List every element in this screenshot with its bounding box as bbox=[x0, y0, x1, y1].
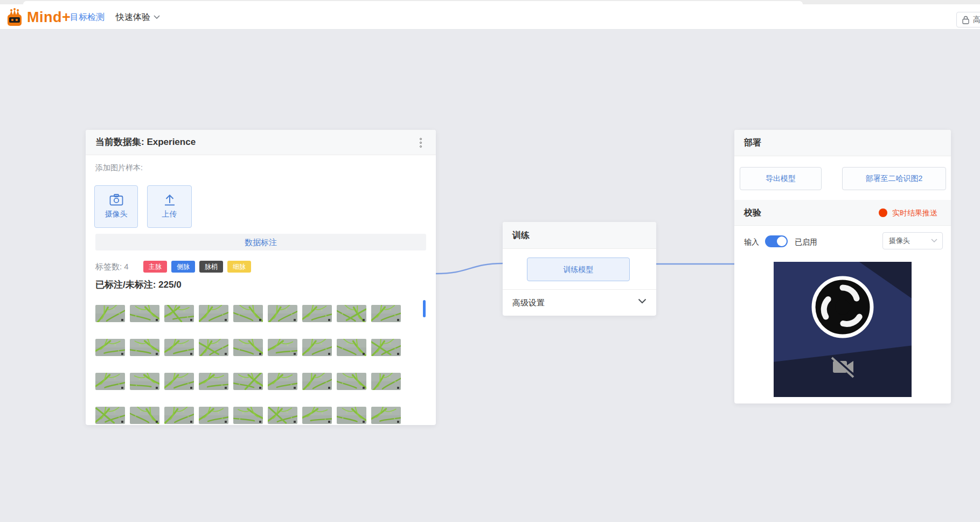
sample-thumbnail[interactable] bbox=[268, 373, 297, 390]
sample-thumbnail[interactable] bbox=[199, 305, 228, 322]
sample-thumbnail[interactable] bbox=[268, 339, 297, 356]
tag-pill: 细脉 bbox=[227, 261, 251, 273]
deploy-panel: 部署 导出模型 部署至二哈识图2 校验 实时结果推送 输入 已启用 摄像头 bbox=[734, 130, 951, 403]
sample-thumbnail[interactable] bbox=[268, 305, 297, 322]
sample-thumbnail[interactable] bbox=[233, 373, 263, 390]
advanced-button[interactable]: 高 bbox=[956, 12, 980, 27]
sample-thumbnail[interactable] bbox=[302, 305, 332, 322]
camera-button-label: 摄像头 bbox=[105, 210, 128, 219]
robot-icon bbox=[5, 8, 24, 27]
chevron-down-icon bbox=[931, 239, 937, 243]
mindplus-logo: Mind+ bbox=[5, 7, 71, 27]
tag-list: 主脉侧脉脉梢细脉 bbox=[143, 261, 251, 273]
source-select-value: 摄像头 bbox=[889, 233, 910, 249]
toggle-knob bbox=[777, 236, 787, 246]
sample-thumbnail[interactable] bbox=[233, 339, 263, 356]
browser-top-strip bbox=[0, 0, 980, 4]
obs-logo bbox=[811, 276, 874, 338]
sample-thumbnail-grid bbox=[95, 305, 401, 424]
sample-thumbnail[interactable] bbox=[130, 305, 159, 322]
sample-thumbnail[interactable] bbox=[337, 305, 366, 322]
camera-button[interactable]: 摄像头 bbox=[94, 185, 138, 228]
live-result-push-label[interactable]: 实时结果推送 bbox=[892, 200, 937, 226]
dataset-panel-header: 当前数据集: Experience bbox=[86, 130, 436, 155]
lock-icon bbox=[962, 16, 969, 24]
tag-pill: 脉梢 bbox=[199, 261, 223, 273]
dataset-panel: 当前数据集: Experience 添加图片样本: 摄像头 上传 数据标注 标签… bbox=[86, 130, 436, 425]
sample-thumbnail[interactable] bbox=[371, 373, 401, 390]
source-select[interactable]: 摄像头 bbox=[882, 232, 943, 249]
train-model-button[interactable]: 训练模型 bbox=[527, 257, 630, 281]
sample-thumbnail[interactable] bbox=[130, 339, 159, 356]
sample-thumbnail[interactable] bbox=[302, 339, 332, 356]
training-panel-header: 训练 bbox=[503, 222, 656, 249]
kebab-menu-icon[interactable] bbox=[415, 136, 426, 149]
sample-thumbnail[interactable] bbox=[130, 373, 159, 390]
scrollbar-thumb[interactable] bbox=[423, 300, 426, 317]
upload-button-label: 上传 bbox=[162, 210, 177, 219]
deploy-panel-title: 部署 bbox=[744, 130, 761, 156]
label-count: 标签数: 4 bbox=[95, 262, 129, 272]
sample-thumbnail[interactable] bbox=[337, 407, 366, 424]
sample-thumbnail[interactable] bbox=[164, 339, 194, 356]
video-preview bbox=[774, 262, 912, 397]
sample-thumbnail[interactable] bbox=[233, 305, 263, 322]
nav-quick-experience[interactable]: 快速体验 bbox=[116, 4, 160, 30]
tag-pill: 主脉 bbox=[143, 261, 167, 273]
sample-thumbnail[interactable] bbox=[164, 407, 194, 424]
nav-object-detection[interactable]: 目标检测 bbox=[70, 4, 105, 30]
sample-thumbnail[interactable] bbox=[371, 339, 401, 356]
sample-thumbnail[interactable] bbox=[371, 407, 401, 424]
data-annotation-button[interactable]: 数据标注 bbox=[95, 234, 426, 250]
deploy-to-huskylens2-button[interactable]: 部署至二哈识图2 bbox=[842, 167, 946, 190]
app-canvas: Mind+ 目标检测 快速体验 高 当前数据集: Experience 添加图片… bbox=[0, 0, 980, 522]
camera-off-icon bbox=[829, 354, 857, 379]
sample-thumbnail[interactable] bbox=[371, 305, 401, 322]
sample-thumbnail[interactable] bbox=[164, 305, 194, 322]
sample-thumbnail[interactable] bbox=[233, 407, 263, 424]
advanced-button-label: 高 bbox=[973, 15, 980, 25]
input-toggle[interactable] bbox=[765, 235, 788, 247]
add-sample-label: 添加图片样本: bbox=[95, 163, 143, 173]
sample-thumbnail[interactable] bbox=[199, 373, 228, 390]
sample-thumbnail[interactable] bbox=[130, 407, 159, 424]
upload-button[interactable]: 上传 bbox=[147, 185, 192, 228]
tag-pill: 侧脉 bbox=[171, 261, 195, 273]
annotated-count: 已标注/未标注: 225/0 bbox=[95, 279, 182, 291]
camera-icon bbox=[109, 194, 123, 206]
nav-quick-experience-label: 快速体验 bbox=[116, 4, 150, 30]
chevron-down-icon bbox=[638, 298, 647, 304]
sample-thumbnail[interactable] bbox=[337, 339, 366, 356]
sample-thumbnail[interactable] bbox=[199, 407, 228, 424]
verify-section-header: 校验 实时结果推送 bbox=[734, 200, 951, 226]
upload-icon bbox=[163, 194, 176, 206]
sample-thumbnail[interactable] bbox=[95, 339, 125, 356]
advanced-settings-label: 高级设置 bbox=[512, 290, 545, 316]
verify-title: 校验 bbox=[744, 200, 761, 226]
toggle-state-label: 已启用 bbox=[795, 238, 817, 247]
chevron-down-icon bbox=[154, 15, 160, 19]
dataset-panel-title: 当前数据集: Experience bbox=[95, 130, 196, 155]
sample-thumbnail[interactable] bbox=[199, 339, 228, 356]
export-model-button[interactable]: 导出模型 bbox=[740, 167, 822, 190]
sample-thumbnail[interactable] bbox=[302, 407, 332, 424]
live-indicator-dot bbox=[879, 208, 887, 217]
sample-thumbnail[interactable] bbox=[268, 407, 297, 424]
sample-thumbnail[interactable] bbox=[95, 407, 125, 424]
sample-thumbnail[interactable] bbox=[302, 373, 332, 390]
sample-thumbnail[interactable] bbox=[95, 305, 125, 322]
sample-thumbnail[interactable] bbox=[95, 373, 125, 390]
brand-text: Mind+ bbox=[27, 9, 71, 26]
training-panel: 训练 训练模型 高级设置 bbox=[503, 222, 656, 316]
sample-thumbnail[interactable] bbox=[337, 373, 366, 390]
training-panel-title: 训练 bbox=[512, 222, 530, 248]
top-bar: Mind+ 目标检测 快速体验 高 bbox=[0, 4, 980, 30]
sample-thumbnail[interactable] bbox=[164, 373, 194, 390]
advanced-settings-row[interactable]: 高级设置 bbox=[503, 289, 656, 316]
deploy-panel-header: 部署 bbox=[734, 130, 951, 156]
input-label: 输入 bbox=[744, 238, 759, 247]
